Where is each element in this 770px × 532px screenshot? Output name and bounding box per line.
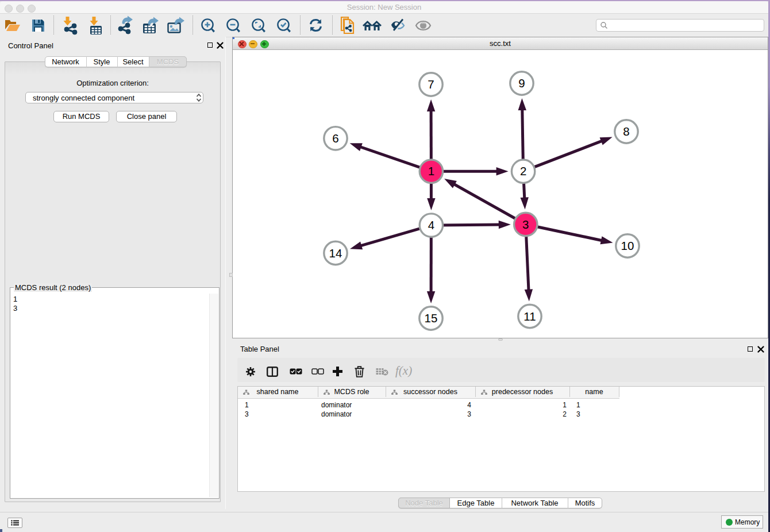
svg-text:2: 2	[520, 164, 526, 178]
svg-text:1: 1	[428, 164, 434, 178]
svg-text:3: 3	[522, 218, 529, 231]
svg-text:10: 10	[621, 239, 634, 252]
svg-text:14: 14	[329, 246, 342, 260]
svg-text:8: 8	[623, 125, 629, 138]
svg-text:11: 11	[523, 310, 536, 323]
svg-text:4: 4	[428, 218, 434, 232]
svg-text:7: 7	[428, 78, 434, 91]
svg-text:6: 6	[332, 132, 338, 145]
svg-text:15: 15	[425, 311, 438, 325]
svg-text:9: 9	[518, 76, 525, 90]
